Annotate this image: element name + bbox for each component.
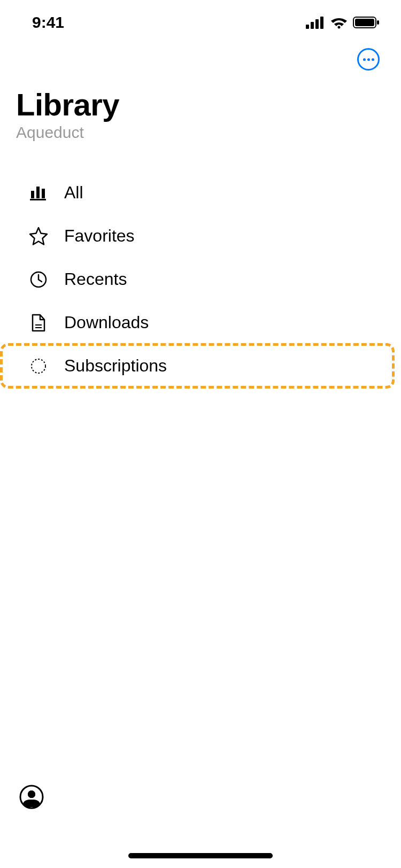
svg-rect-8 xyxy=(31,191,34,198)
profile-button[interactable] xyxy=(19,785,44,809)
svg-point-19 xyxy=(28,790,35,798)
star-icon xyxy=(29,227,48,246)
svg-rect-6 xyxy=(355,19,374,26)
menu-label: All xyxy=(64,183,83,203)
chart-bars-icon xyxy=(29,183,48,203)
header-actions xyxy=(0,37,401,76)
more-icon xyxy=(363,58,374,61)
menu-item-recents[interactable]: Recents xyxy=(0,258,401,301)
svg-rect-0 xyxy=(306,25,309,29)
svg-point-4 xyxy=(338,26,341,29)
svg-rect-1 xyxy=(311,22,314,29)
svg-rect-9 xyxy=(36,187,40,198)
page-subtitle: Aqueduct xyxy=(16,123,385,142)
menu-item-favorites[interactable]: Favorites xyxy=(0,214,401,258)
menu-list: All Favorites Recents Down xyxy=(0,150,401,387)
menu-label: Subscriptions xyxy=(64,356,167,376)
menu-item-downloads[interactable]: Downloads xyxy=(0,301,401,344)
battery-icon xyxy=(353,16,380,29)
menu-item-subscriptions[interactable]: Subscriptions xyxy=(0,344,401,387)
svg-rect-3 xyxy=(320,17,323,29)
svg-rect-2 xyxy=(315,19,319,29)
menu-label: Favorites xyxy=(64,226,135,246)
status-bar: 9:41 xyxy=(0,0,401,37)
menu-item-all[interactable]: All xyxy=(0,171,401,214)
highlight-annotation xyxy=(0,343,395,389)
page-header: Library Aqueduct xyxy=(0,76,401,150)
status-time: 9:41 xyxy=(32,13,64,32)
clock-icon xyxy=(29,270,48,289)
menu-label: Recents xyxy=(64,269,127,289)
page-title: Library xyxy=(16,87,385,122)
svg-rect-11 xyxy=(30,199,46,200)
cellular-icon xyxy=(306,16,325,29)
svg-rect-10 xyxy=(42,189,45,198)
status-icons xyxy=(306,16,380,29)
menu-label: Downloads xyxy=(64,313,149,332)
more-button[interactable] xyxy=(357,48,380,71)
dotted-circle-icon xyxy=(29,356,48,376)
profile-icon xyxy=(19,785,44,809)
svg-rect-7 xyxy=(377,20,379,25)
document-icon xyxy=(29,313,48,332)
home-indicator[interactable] xyxy=(128,853,273,858)
wifi-icon xyxy=(330,16,348,29)
svg-point-15 xyxy=(32,359,45,373)
